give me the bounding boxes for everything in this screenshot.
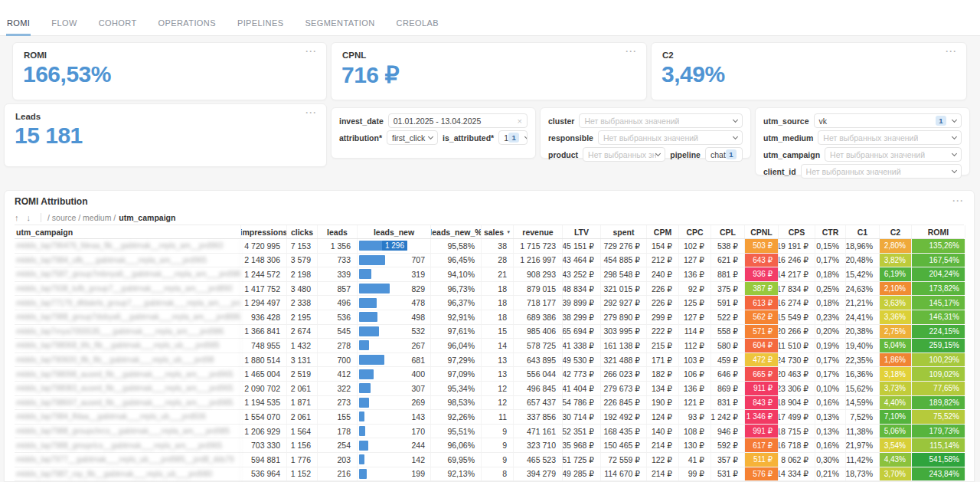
cell-cpnl-colored: 617 ₽ [745, 438, 779, 452]
table-row[interactable]: mldds_lap7938_lufb_group7__gabtrnak___re… [15, 282, 964, 297]
table-row[interactable]: mldds_lap7984_ufb___gabtrnak___repla_am_… [15, 254, 964, 268]
table-row[interactable]: mldds_lap7987_ray_fib__gabtrnak___repls_… [15, 467, 964, 482]
drilldown-breadcrumb[interactable]: / source / medium / [47, 213, 116, 222]
kpi-value: 15 181 [5, 121, 326, 149]
table-row[interactable]: mldds_lap798697_aused_fib__gabtrnak___re… [15, 396, 964, 411]
cluster-select[interactable]: Нет выбранных значений [579, 113, 743, 128]
column-header-cpl[interactable]: CPL [711, 225, 745, 238]
tab-romi[interactable]: ROMI [6, 14, 31, 36]
cell-leads-new-bar: 1 296 [358, 239, 431, 253]
c2-heatmap-value: 3,18% [880, 367, 911, 381]
responsible-label: responsible [548, 133, 593, 143]
column-header-cpm[interactable]: CPM [647, 225, 679, 238]
responsible-select[interactable]: Нет выбранных значений [598, 130, 743, 145]
column-header-revenue[interactable]: revenue [514, 225, 563, 238]
cpnl-heatmap-value: 613 ₽ [745, 296, 778, 310]
tab-segmentation[interactable]: SEGMENTATION [304, 14, 375, 36]
column-header-ctr[interactable]: CTR [815, 225, 846, 238]
leads-new-value: 1 296 [382, 241, 407, 251]
leads-new-bar [359, 269, 371, 279]
invest-date-input[interactable]: 01.01.2025 - 13.04.2025 × [388, 113, 528, 128]
tab-operations[interactable]: OPERATIONS [158, 14, 217, 36]
cell-romi-colored: 77,65% [912, 382, 965, 395]
client-id-select[interactable]: Нет выбранных значений [801, 164, 962, 179]
utm-source-select[interactable]: vk 1 [814, 113, 962, 128]
leads-new-bar: 1 296 [359, 241, 407, 251]
table-row[interactable]: mldds_lap7988_group7dsbya6__gabtrnak___r… [15, 310, 964, 325]
cell-ctr: 0,23% [815, 310, 846, 324]
table-row[interactable]: mldds_lap798068_lifs_fib__gabtrnak___rep… [15, 339, 964, 353]
tab-cohort[interactable]: COHORT [98, 14, 138, 36]
drilldown-breadcrumb-current[interactable]: utm_campaign [119, 213, 175, 222]
cell-impressions: 2 148 306 [241, 254, 287, 267]
utm-medium-select[interactable]: Нет выбранных значений [818, 130, 962, 145]
column-header-leads[interactable]: leads [318, 225, 358, 238]
cell-c2-colored: 5,04% [880, 339, 912, 352]
table-row[interactable]: mldds_lap798083_aused_fib__gabtrnak___re… [15, 382, 964, 396]
card-menu-dots-icon[interactable]: ⋯ [305, 46, 317, 57]
column-header-clicks[interactable]: clicks [287, 225, 318, 238]
card-menu-dots-icon[interactable]: ⋯ [952, 195, 964, 206]
leads-new-bar [359, 383, 371, 393]
cell-cpl: 357 ₽ [711, 453, 745, 467]
sort-descending-icon[interactable]: ↓ [23, 213, 35, 222]
column-header-c1[interactable]: C1 [846, 225, 880, 238]
table-row[interactable]: mldds_lap7rnya7055535___gabtrnak___repla… [15, 325, 964, 339]
leads-new-value: 707 [411, 255, 430, 264]
table-row[interactable]: mldds_lap7587_group7mbnya6__gabtrnak___r… [15, 267, 964, 282]
cell-cpm: 140 ₽ [647, 425, 679, 438]
column-header-leads_new_%[interactable]: leads_new_% [431, 225, 482, 238]
pipeline-select[interactable]: chat 1 [705, 147, 743, 162]
cell-utm-campaign-redacted: mldds_lap7587_group7mbnya6__gabtrnak___r… [15, 267, 241, 281]
tab-flow[interactable]: FLOW [51, 14, 77, 36]
card-menu-dots-icon[interactable]: ⋯ [625, 46, 637, 57]
cell-leads-new-bar: 319 [358, 267, 431, 281]
cell-spent: 72 559 ₽ [601, 453, 647, 467]
column-header-impressions[interactable]: impressions [241, 225, 287, 238]
clear-icon[interactable]: × [518, 116, 522, 126]
leads-new-value: 498 [411, 313, 430, 322]
table-row[interactable]: mldds_lap7977__gabtrnak___repls_ub___prd… [15, 453, 964, 467]
table-row[interactable]: mldds_lap7988_gmsprlcs__gabtrnak___repls… [15, 438, 964, 453]
card-menu-dots-icon[interactable]: ⋯ [305, 107, 317, 118]
column-header-ltv[interactable]: LTV [563, 225, 601, 238]
top-nav-bar: ROMIFLOWCOHORTOPERATIONSPIPELINESSEGMENT… [0, 0, 980, 36]
tab-pipelines[interactable]: PIPELINES [237, 14, 284, 36]
column-header-sales[interactable]: sales▼ [482, 225, 514, 238]
cell-ltv: 39 899 ₽ [563, 296, 601, 310]
table-row[interactable]: mldds_lap798098_aused_fib__gabtrnak___re… [15, 367, 964, 382]
column-header-utm_campaign[interactable]: utm_campaign [15, 225, 241, 238]
column-header-cpc[interactable]: CPC [679, 225, 711, 238]
column-header-leads_new[interactable]: leads_new [358, 225, 431, 238]
cell-c2-colored: 6,19% [880, 267, 912, 281]
table-row[interactable]: mldds_lap796476_fdeaa_fib__gabtrnak__rep… [15, 239, 964, 254]
column-header-cpnl[interactable]: CPNL [745, 225, 779, 238]
column-header-spent[interactable]: spent [601, 225, 647, 238]
cpnl-heatmap-value: 387 ₽ [745, 282, 778, 296]
cell-leads_new_pct: 94,10% [431, 267, 482, 281]
cell-cpm: 226 ₽ [647, 282, 679, 296]
cluster-label: cluster [548, 116, 574, 126]
cell-sales: 21 [482, 267, 514, 281]
cell-spent: 292 927 ₽ [601, 296, 647, 310]
tab-creolab[interactable]: CREOLAB [396, 14, 439, 36]
is-attributed-select[interactable]: 1 1 [498, 130, 528, 145]
table-row[interactable]: mldds_lap790600_lfb_fib__gabtrnak___repl… [15, 353, 964, 368]
table-row[interactable]: mldds_lap77179_dfdakrls_group7___gabtrna… [15, 296, 964, 310]
cell-sales: 18 [482, 310, 514, 324]
product-select[interactable]: Нет выбранных значений [583, 147, 665, 162]
cell-c2-colored: 3,73% [880, 382, 912, 395]
table-row[interactable]: mldds_lap7984_lfdaa__gabtrnak___repls_ub… [15, 410, 964, 425]
sort-ascending-icon[interactable]: ↑ [15, 213, 23, 222]
cell-clicks: 1 776 [287, 453, 318, 467]
column-header-c2[interactable]: C2 [880, 225, 912, 238]
column-header-romi[interactable]: ROMI [912, 225, 965, 238]
attribution-select[interactable]: first_click [387, 130, 438, 145]
card-menu-dots-icon[interactable]: ⋯ [945, 46, 957, 57]
table-row[interactable]: mldds_lap7988_groupchrcs__gabtrnak___rep… [15, 425, 964, 439]
filter-card-segments: cluster Нет выбранных значений responsib… [540, 107, 751, 159]
utm-campaign-select[interactable]: Нет выбранных значений [825, 147, 962, 162]
column-header-cps[interactable]: CPS [779, 225, 815, 238]
leads-new-value: 478 [411, 298, 430, 307]
cell-cps: 8 062 ₽ [779, 453, 815, 467]
